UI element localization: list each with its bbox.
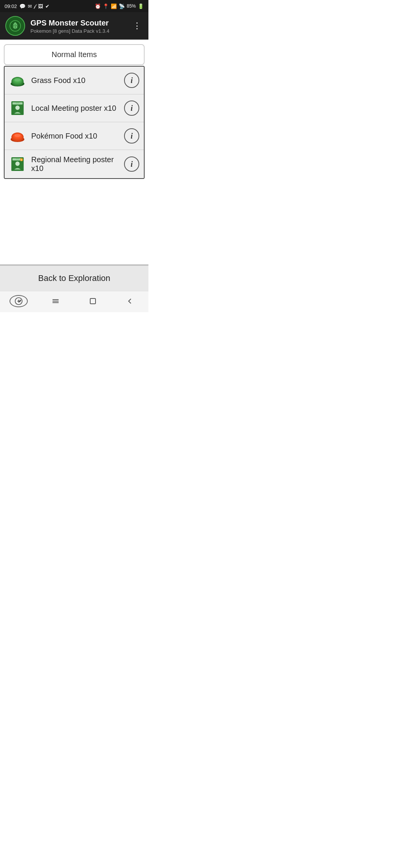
svg-point-19 bbox=[15, 161, 19, 166]
info-icon: i bbox=[131, 160, 133, 168]
home-icon[interactable] bbox=[84, 295, 102, 307]
svg-rect-31 bbox=[90, 298, 96, 304]
svg-point-16 bbox=[14, 134, 21, 137]
app-bar: GPS Monster Scouter Pokemon [8 gens] Dat… bbox=[0, 12, 148, 40]
location-icon: 📍 bbox=[103, 3, 109, 9]
pokemon-food-info-button[interactable]: i bbox=[124, 128, 139, 144]
info-icon: i bbox=[131, 77, 133, 84]
svg-rect-20 bbox=[16, 158, 19, 160]
items-list: Grass Food x10 i Local Meeting poster x1… bbox=[4, 66, 145, 179]
svg-point-27 bbox=[19, 301, 20, 302]
regional-meeting-label: Regional Meeting poster x10 bbox=[31, 155, 119, 173]
status-time: 09:02 bbox=[5, 3, 17, 9]
pokemon-food-icon bbox=[9, 128, 26, 144]
checkmark-icon: ✔ bbox=[45, 3, 49, 9]
svg-point-6 bbox=[14, 78, 21, 81]
list-item: Grass Food x10 i bbox=[5, 67, 144, 94]
battery-icon: 🔋 bbox=[138, 3, 144, 9]
signal-icon: 📡 bbox=[119, 3, 125, 9]
regional-meeting-icon: R bbox=[9, 156, 26, 172]
svg-rect-10 bbox=[16, 102, 19, 104]
section-title-text: Normal Items bbox=[52, 50, 97, 59]
svg-point-9 bbox=[15, 105, 19, 110]
app-title: GPS Monster Scouter bbox=[30, 18, 126, 27]
status-right: ⏰ 📍 📶 📡 85% 🔋 bbox=[95, 3, 144, 9]
back-button-container: Back to Exploration bbox=[0, 264, 148, 291]
app-subtitle: Pokemon [8 gens] Data Pack v1.3.4 bbox=[30, 28, 126, 34]
status-bar: 09:02 💬 ✉ 𝒻 🖼 ✔ ⏰ 📍 📶 📡 85% 🔋 bbox=[0, 0, 148, 12]
svg-text:R: R bbox=[21, 159, 22, 161]
status-left: 09:02 💬 ✉ 𝒻 🖼 ✔ bbox=[5, 3, 49, 9]
regional-meeting-info-button[interactable]: i bbox=[124, 156, 139, 172]
back-icon[interactable] bbox=[121, 295, 139, 307]
back-to-exploration-button[interactable]: Back to Exploration bbox=[0, 265, 148, 291]
grass-food-info-button[interactable]: i bbox=[124, 73, 139, 88]
info-icon: i bbox=[131, 104, 133, 112]
app-logo bbox=[5, 16, 25, 36]
app-title-group: GPS Monster Scouter Pokemon [8 gens] Dat… bbox=[30, 18, 126, 34]
local-meeting-info-button[interactable]: i bbox=[124, 101, 139, 116]
whatsapp-icon: 💬 bbox=[19, 3, 25, 9]
alarm-icon: ⏰ bbox=[95, 3, 101, 9]
grass-food-icon bbox=[9, 72, 26, 89]
wifi-icon: 📶 bbox=[111, 3, 117, 9]
local-meeting-label: Local Meeting poster x10 bbox=[31, 104, 119, 113]
bottom-nav bbox=[0, 291, 148, 312]
svg-point-26 bbox=[20, 300, 21, 301]
main-content: Normal Items Grass Food x10 i bbox=[0, 40, 148, 264]
list-item: R Regional Meeting poster x10 i bbox=[5, 150, 144, 178]
gamepad-icon[interactable] bbox=[10, 295, 28, 307]
gmail-icon: ✉ bbox=[28, 3, 32, 9]
battery-percent: 85% bbox=[127, 3, 136, 9]
recent-apps-icon[interactable] bbox=[46, 295, 65, 307]
facebook-icon: 𝒻 bbox=[34, 3, 36, 9]
list-item: Local Meeting poster x10 i bbox=[5, 94, 144, 122]
info-icon: i bbox=[131, 132, 133, 140]
list-item: Pokémon Food x10 i bbox=[5, 122, 144, 150]
local-meeting-icon bbox=[9, 100, 26, 116]
grass-food-label: Grass Food x10 bbox=[31, 76, 119, 85]
section-header: Normal Items bbox=[4, 44, 145, 65]
menu-button[interactable]: ⋮ bbox=[131, 19, 143, 32]
pokemon-food-label: Pokémon Food x10 bbox=[31, 132, 119, 140]
gallery-icon: 🖼 bbox=[38, 3, 43, 9]
